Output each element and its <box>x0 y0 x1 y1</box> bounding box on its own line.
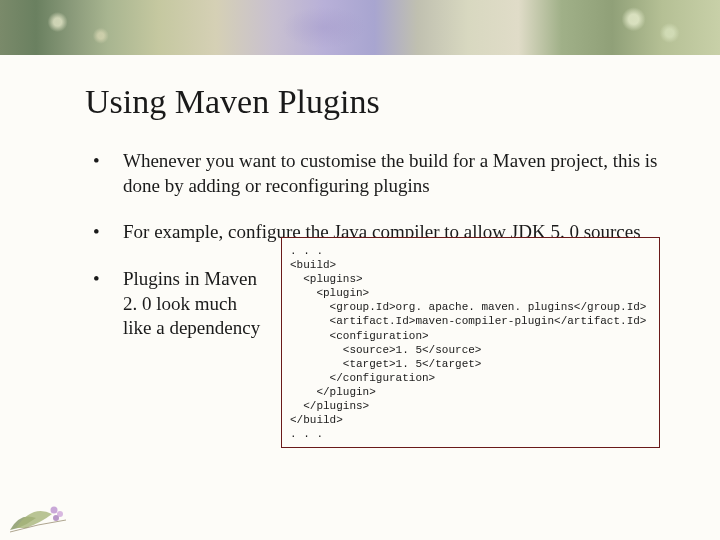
bullet-list: Whenever you want to customise the build… <box>85 149 660 448</box>
bullet-item: Whenever you want to customise the build… <box>85 149 660 198</box>
bullet-item: Plugins in Maven 2. 0 look much like a d… <box>85 267 660 448</box>
svg-point-2 <box>53 515 59 521</box>
corner-flourish-icon <box>8 494 72 534</box>
slide-title: Using Maven Plugins <box>85 83 660 121</box>
bullet-text: Plugins in Maven 2. 0 look much like a d… <box>123 267 263 341</box>
svg-point-0 <box>51 507 58 514</box>
code-sample: . . . <build> <plugins> <plugin> <group.… <box>281 237 660 448</box>
slide-content: Using Maven Plugins Whenever you want to… <box>0 55 720 490</box>
decorative-banner <box>0 0 720 55</box>
